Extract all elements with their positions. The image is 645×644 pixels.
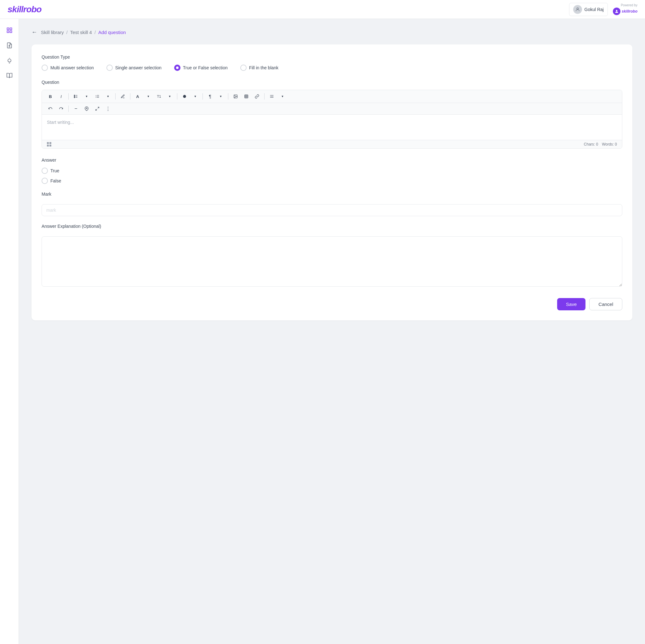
- option-fillinblank-label: Fill in the blank: [249, 65, 278, 70]
- option-truefalse-label: True or False selection: [183, 65, 228, 70]
- avatar: [573, 5, 582, 14]
- option-multi-label: Multi answer selection: [50, 65, 94, 70]
- grid-dot: [47, 145, 49, 147]
- option-multi[interactable]: Multi answer selection: [42, 64, 94, 71]
- grid-dot: [49, 145, 51, 147]
- question-type-label: Question Type: [42, 54, 622, 59]
- option-fillinblank[interactable]: Fill in the blank: [240, 64, 278, 71]
- toolbar-sep5: [203, 93, 203, 100]
- toolbar-para-arrow[interactable]: ▼: [216, 92, 225, 101]
- toolbar-paragraph[interactable]: ¶: [205, 92, 215, 101]
- question-editor[interactable]: B I ▼ ▼ A ▼ T1 ▼: [42, 90, 622, 149]
- svg-rect-5: [10, 31, 12, 33]
- editor-footer-left: [47, 142, 51, 147]
- toolbar-font-a[interactable]: A: [133, 92, 142, 101]
- sidebar-item-bulb[interactable]: [3, 54, 16, 67]
- toolbar-bold[interactable]: B: [46, 92, 55, 101]
- toolbar-text-type[interactable]: T1: [154, 92, 164, 101]
- svg-point-1: [616, 10, 618, 11]
- toolbar-undo[interactable]: [46, 104, 55, 113]
- powered-logo-text: skillrobo: [622, 9, 637, 14]
- toolbar-color-arrow[interactable]: ▼: [191, 92, 200, 101]
- radio-fillinblank[interactable]: [240, 64, 247, 71]
- powered-logo-icon: [613, 8, 620, 15]
- toolbar-sep8: [68, 106, 69, 112]
- toolbar-ordered-list[interactable]: [92, 92, 102, 101]
- toolbar-image[interactable]: [231, 92, 240, 101]
- breadcrumb-skill-library[interactable]: Skill library: [41, 30, 64, 35]
- user-info[interactable]: Gokul Raj: [569, 3, 608, 16]
- svg-point-6: [9, 45, 10, 46]
- form-card: Question Type Multi answer selection Sin…: [31, 44, 632, 320]
- powered-logo-group: skillrobo: [613, 8, 637, 15]
- radio-single[interactable]: [106, 64, 113, 71]
- toolbar-align-arrow[interactable]: ▼: [278, 92, 287, 101]
- answer-true[interactable]: True: [42, 168, 622, 174]
- save-button[interactable]: Save: [557, 298, 586, 310]
- toolbar-redo[interactable]: [56, 104, 66, 113]
- radio-false[interactable]: [42, 178, 48, 184]
- main-content: ← Skill library / Test skill 4 / Add que…: [19, 19, 645, 644]
- toolbar-sep1: [68, 93, 69, 100]
- editor-toolbar-row2: − ⋮: [42, 103, 622, 115]
- answer-section: Answer True False: [42, 158, 622, 184]
- svg-rect-4: [7, 31, 9, 33]
- explanation-textarea[interactable]: [42, 236, 622, 287]
- toolbar-text-arrow[interactable]: ▼: [165, 92, 175, 101]
- radio-multi[interactable]: [42, 64, 48, 71]
- editor-footer: Chars: 0 Words: 0: [42, 140, 622, 148]
- option-single-label: Single answer selection: [115, 65, 162, 70]
- toolbar-sep4: [177, 93, 177, 100]
- editor-toolbar-row1: B I ▼ ▼ A ▼ T1 ▼: [42, 90, 622, 103]
- powered-text: Powered by: [621, 3, 637, 7]
- toolbar-ul-arrow[interactable]: ▼: [82, 92, 91, 101]
- toolbar-expand[interactable]: [92, 104, 102, 113]
- question-types: Multi answer selection Single answer sel…: [42, 64, 622, 71]
- radio-true[interactable]: [42, 168, 48, 174]
- action-buttons: Save Cancel: [42, 298, 622, 310]
- toolbar-sep2: [115, 93, 116, 100]
- toolbar-minus[interactable]: −: [71, 104, 81, 113]
- breadcrumb-test-skill[interactable]: Test skill 4: [70, 30, 92, 35]
- svg-line-30: [96, 109, 97, 110]
- option-single[interactable]: Single answer selection: [106, 64, 162, 71]
- logo[interactable]: skillrobo: [8, 4, 42, 14]
- mark-label: Mark: [42, 191, 622, 197]
- svg-point-12: [74, 96, 75, 97]
- chars-count: Chars: 0: [584, 142, 598, 147]
- answer-false[interactable]: False: [42, 178, 622, 184]
- answer-label: Answer: [42, 158, 622, 163]
- toolbar-italic[interactable]: I: [56, 92, 66, 101]
- toolbar-align[interactable]: [267, 92, 276, 101]
- editor-word-count: Chars: 0 Words: 0: [584, 142, 617, 147]
- toolbar-unordered-list[interactable]: [71, 92, 81, 101]
- toolbar-color[interactable]: [180, 92, 189, 101]
- toolbar-table[interactable]: [242, 92, 251, 101]
- answer-options: True False: [42, 168, 622, 184]
- toolbar-highlight[interactable]: [118, 92, 128, 101]
- back-button[interactable]: ←: [31, 29, 37, 36]
- editor-placeholder: Start writing...: [47, 120, 74, 125]
- svg-point-0: [577, 8, 578, 9]
- svg-point-11: [74, 95, 75, 96]
- explanation-section: Answer Explanation (Optional): [42, 224, 622, 288]
- toolbar-font-a-arrow[interactable]: ▼: [144, 92, 153, 101]
- grid-icon: [47, 142, 51, 147]
- sidebar-item-dashboard[interactable]: [3, 24, 16, 36]
- sidebar-item-document[interactable]: [3, 39, 16, 52]
- cancel-button[interactable]: Cancel: [589, 298, 622, 310]
- sidebar-item-library[interactable]: [3, 69, 16, 82]
- breadcrumb-sep1: /: [66, 30, 68, 35]
- answer-true-label: True: [50, 168, 59, 173]
- toolbar-link[interactable]: [252, 92, 262, 101]
- header-right: Gokul Raj Powered by skillrobo: [569, 3, 637, 16]
- toolbar-more[interactable]: ⋮: [103, 104, 113, 113]
- mark-input[interactable]: [42, 204, 622, 216]
- radio-truefalse[interactable]: [174, 64, 181, 71]
- toolbar-pin[interactable]: [82, 104, 91, 113]
- toolbar-ol-arrow[interactable]: ▼: [103, 92, 113, 101]
- breadcrumb: ← Skill library / Test skill 4 / Add que…: [31, 29, 632, 36]
- editor-body[interactable]: Start writing...: [42, 115, 622, 140]
- option-truefalse[interactable]: True or False selection: [174, 64, 228, 71]
- mark-section: Mark: [42, 191, 622, 216]
